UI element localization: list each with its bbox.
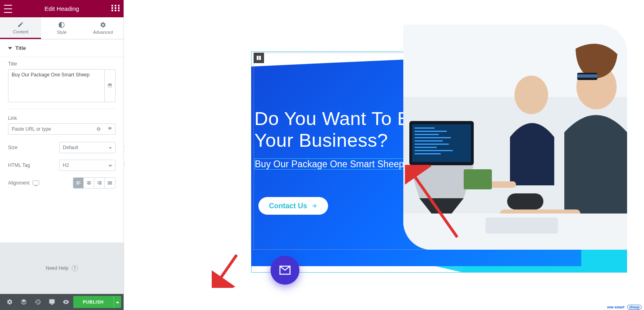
title-label: Title — [8, 61, 116, 67]
svg-rect-25 — [464, 169, 492, 189]
settings-button[interactable] — [2, 294, 17, 310]
widgets-icon[interactable] — [111, 5, 120, 13]
htmltag-select[interactable]: H2 — [59, 160, 116, 171]
watermark: one smart sheep — [605, 305, 642, 309]
caret-up-icon — [116, 301, 119, 303]
svg-rect-9 — [415, 134, 439, 135]
history-icon — [35, 299, 41, 305]
watermark-tag: sheep — [627, 305, 642, 310]
svg-rect-6 — [412, 124, 471, 162]
svg-rect-13 — [415, 147, 437, 148]
link-label: Link — [8, 115, 116, 121]
svg-rect-15 — [415, 153, 441, 154]
htmltag-control: HTML Tag H2 — [0, 156, 124, 174]
tab-content[interactable]: Content — [0, 17, 41, 39]
arrow-right-icon — [311, 203, 318, 209]
need-help-link[interactable]: Need Help — [45, 265, 68, 271]
hero-photo — [403, 25, 627, 250]
contrast-icon — [58, 22, 65, 28]
size-control: Size Default — [0, 139, 124, 156]
navigator-button[interactable] — [17, 294, 31, 310]
svg-rect-12 — [415, 144, 449, 145]
title-control: Title — [0, 57, 124, 106]
link-input[interactable] — [8, 123, 93, 135]
tab-advanced[interactable]: Advanced — [83, 17, 124, 39]
watermark-brand: one smart — [605, 305, 626, 309]
link-options-button[interactable] — [93, 123, 104, 135]
responsive-button[interactable] — [45, 294, 59, 310]
alignment-control: Alignment — [0, 174, 124, 192]
help-icon[interactable]: ? — [72, 265, 78, 271]
svg-rect-23 — [485, 218, 558, 234]
align-justify-button[interactable] — [105, 178, 115, 188]
eye-icon — [63, 299, 69, 305]
alignment-label: Alignment — [8, 180, 29, 186]
align-right-button[interactable] — [94, 178, 105, 188]
panel-title: Edit Heading — [12, 5, 111, 12]
menu-icon[interactable] — [4, 5, 12, 13]
svg-rect-24 — [507, 193, 543, 209]
svg-rect-10 — [415, 137, 451, 138]
monitor-icon — [49, 299, 55, 305]
svg-rect-8 — [415, 131, 447, 132]
help-zone: Need Help ? — [0, 242, 124, 294]
alignment-group — [73, 177, 116, 189]
panel-header: Edit Heading — [0, 0, 124, 17]
history-button[interactable] — [31, 294, 45, 310]
link-dynamic-button[interactable] — [104, 123, 116, 135]
svg-rect-7 — [415, 127, 435, 129]
column-handle[interactable] — [254, 53, 264, 63]
publish-button[interactable]: PUBLISH — [73, 296, 114, 308]
contact-us-button[interactable]: Contact Us — [258, 197, 328, 215]
gear-icon — [100, 22, 106, 28]
caret-down-icon — [8, 47, 12, 49]
database-icon — [107, 83, 113, 88]
panel-footer: PUBLISH — [0, 294, 124, 310]
database-icon — [107, 127, 112, 131]
editor-panel: Edit Heading Content Style Advanced Titl… — [0, 0, 124, 310]
dynamic-tags-button[interactable] — [104, 69, 116, 102]
gear-icon — [96, 127, 101, 131]
size-label: Size — [8, 145, 17, 150]
title-textarea[interactable] — [8, 69, 104, 102]
svg-rect-27 — [577, 74, 597, 78]
svg-line-29 — [217, 255, 237, 284]
align-left-button[interactable] — [73, 178, 84, 188]
column-icon — [256, 55, 262, 61]
pencil-icon — [17, 21, 24, 28]
controls-scroll: Title Title Link Size Default — [0, 39, 124, 242]
layers-icon — [21, 299, 27, 305]
responsive-icon[interactable] — [33, 181, 39, 185]
envelope-icon — [279, 264, 291, 276]
svg-rect-14 — [415, 150, 453, 151]
chat-fab[interactable] — [270, 256, 299, 285]
section-title-toggle[interactable]: Title — [0, 39, 124, 57]
heading-text: Buy Our Package One Smart Sheep — [255, 159, 405, 170]
svg-rect-11 — [415, 140, 443, 142]
tab-style[interactable]: Style — [41, 17, 82, 39]
align-center-button[interactable] — [84, 178, 94, 188]
preview-button[interactable] — [59, 294, 73, 310]
publish-options-button[interactable] — [114, 296, 121, 308]
panel-tabs: Content Style Advanced — [0, 17, 124, 39]
link-control: Link — [0, 111, 124, 139]
preview-canvas: ＋ ⋮⋮⋮ ✕ Do You Want To Boost Your Busine… — [126, 0, 644, 300]
annotation-arrow-2 — [212, 252, 240, 288]
svg-point-18 — [514, 76, 548, 114]
gear-icon — [6, 299, 13, 305]
htmltag-label: HTML Tag — [8, 162, 30, 168]
size-select[interactable]: Default — [59, 142, 116, 153]
